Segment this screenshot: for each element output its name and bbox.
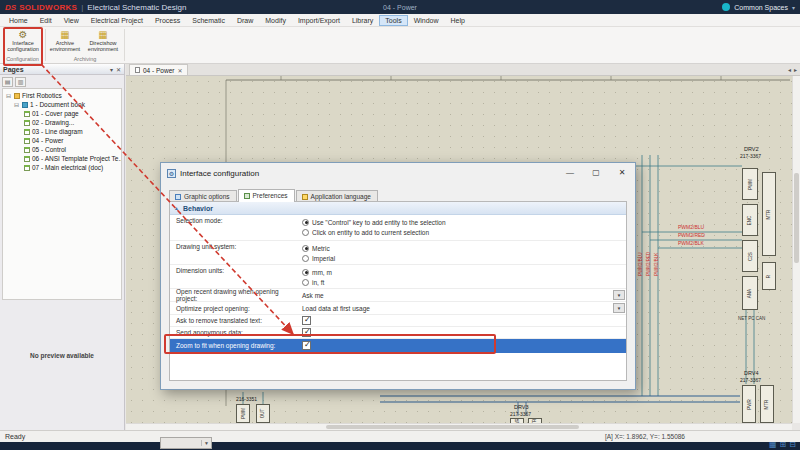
zoom-window-icon[interactable]: ⊞ bbox=[780, 440, 787, 449]
status-ready: Ready bbox=[5, 433, 25, 440]
component-port[interactable]: C2S bbox=[742, 240, 758, 272]
panel-close-icon[interactable]: ✕ bbox=[116, 66, 121, 73]
dialog-maximize-button[interactable]: ▢ bbox=[583, 163, 609, 183]
tree-item-ansi-template[interactable]: 06 - ANSI Template Project Te... bbox=[3, 154, 121, 163]
zoom-fit-icon[interactable]: ⊟ bbox=[789, 440, 796, 449]
document-tab-power[interactable]: 04 - Power ✕ bbox=[129, 64, 188, 75]
dialog-icon: ⚙ bbox=[167, 169, 176, 178]
project-icon bbox=[14, 93, 20, 99]
pages-tool-button-2[interactable]: ▥ bbox=[15, 77, 26, 87]
menu-home[interactable]: Home bbox=[3, 15, 34, 26]
page-icon bbox=[24, 120, 30, 126]
component-port[interactable]: MTR bbox=[762, 172, 776, 256]
pages-tool-button-1[interactable]: ▤ bbox=[2, 77, 13, 87]
pages-tree: ⊟ First Robotics ⊟ 1 - Document book 01 … bbox=[2, 88, 122, 300]
no-preview-text: No preview available bbox=[0, 352, 124, 359]
dialog-titlebar[interactable]: ⚙ Interface configuration — ▢ ✕ bbox=[161, 163, 635, 183]
component-port[interactable]: PWM bbox=[742, 168, 758, 200]
menu-view[interactable]: View bbox=[58, 15, 85, 26]
menubar: Home Edit View Electrical Project Proces… bbox=[0, 14, 800, 27]
account-name[interactable]: Common Spaces bbox=[734, 4, 788, 11]
panel-pin-icon[interactable]: ▾ bbox=[110, 66, 113, 73]
component-port[interactable]: MTR bbox=[760, 385, 774, 423]
bottom-dropdown-arrow-icon[interactable]: ▼ bbox=[201, 440, 211, 446]
menu-electrical-project[interactable]: Electrical Project bbox=[85, 15, 149, 26]
tree-item-line-diagram[interactable]: 03 - Line diagram bbox=[3, 127, 121, 136]
menu-edit[interactable]: Edit bbox=[34, 15, 58, 26]
radio-mm-m[interactable] bbox=[302, 269, 309, 276]
optimize-opening-value[interactable]: Load data at first usage bbox=[302, 305, 370, 312]
menu-process[interactable]: Process bbox=[149, 15, 186, 26]
component-port[interactable]: PWM bbox=[236, 404, 250, 423]
vertical-scroll-thumb[interactable] bbox=[794, 173, 799, 263]
graphic-options-icon bbox=[175, 194, 181, 200]
open-recent-dropdown-icon[interactable]: ▼ bbox=[613, 290, 625, 300]
tree-item-power[interactable]: 04 - Power bbox=[3, 136, 121, 145]
view-tools: ▦ ⊞ ⊟ bbox=[769, 438, 796, 450]
open-recent-value[interactable]: Ask me bbox=[302, 292, 324, 299]
tab-close-icon[interactable]: ✕ bbox=[177, 67, 182, 74]
checkbox-send-anonymous-data[interactable]: ✓ bbox=[302, 328, 311, 337]
interface-configuration-button[interactable]: ⚙ Interface configuration bbox=[5, 29, 41, 55]
radio-metric[interactable] bbox=[302, 245, 309, 252]
tree-item-control[interactable]: 05 - Control bbox=[3, 145, 121, 154]
component-port[interactable]: R bbox=[762, 262, 776, 290]
radio-in-ft[interactable] bbox=[302, 279, 309, 286]
archive-environment-icon: ▦ bbox=[60, 29, 69, 40]
ribbon-group-configuration: Configuration bbox=[0, 56, 45, 62]
menu-schematic[interactable]: Schematic bbox=[186, 15, 231, 26]
menu-draw[interactable]: Draw bbox=[231, 15, 259, 26]
horizontal-scrollbar[interactable] bbox=[126, 423, 792, 430]
tree-item-cover-page[interactable]: 01 - Cover page bbox=[3, 109, 121, 118]
checkbox-ask-remove-translated-text[interactable]: ✓ bbox=[302, 316, 311, 325]
titlebar: DS SOLIDWORKS | Electrical Schematic Des… bbox=[0, 0, 800, 14]
menu-import-export[interactable]: Import/Export bbox=[292, 15, 346, 26]
tab-preferences[interactable]: Preferences bbox=[238, 189, 295, 202]
component-port[interactable]: PWR bbox=[742, 385, 756, 423]
menu-help[interactable]: Help bbox=[445, 15, 471, 26]
dialog-close-button[interactable]: ✕ bbox=[609, 163, 635, 183]
tree-collapse-icon[interactable]: ⊟ bbox=[6, 92, 12, 99]
menu-window[interactable]: Window bbox=[408, 15, 445, 26]
tree-collapse-icon[interactable]: ⊟ bbox=[14, 101, 20, 108]
directshow-environment-label: Directshow environment bbox=[85, 40, 121, 52]
page-icon bbox=[24, 156, 30, 162]
tab-scroll-right-icon[interactable]: ▸ bbox=[794, 66, 797, 73]
component-ref: DRV2 bbox=[744, 146, 759, 152]
radio-click-entity[interactable] bbox=[302, 229, 309, 236]
bottom-dropdown[interactable]: ▼ bbox=[160, 437, 212, 449]
behavior-section-header[interactable]: ▲ Behavior bbox=[170, 202, 626, 215]
component-port[interactable]: ANA bbox=[742, 276, 758, 310]
app-window: DS SOLIDWORKS | Electrical Schematic Des… bbox=[0, 0, 800, 450]
checkbox-zoom-to-fit[interactable]: ✓ bbox=[302, 341, 311, 350]
grid-view-icon[interactable]: ▦ bbox=[769, 440, 777, 449]
component-port[interactable]: ENC bbox=[742, 204, 758, 236]
optimize-opening-dropdown-icon[interactable]: ▼ bbox=[613, 303, 625, 313]
wire-label-vertical: PWM2/RED bbox=[646, 252, 651, 276]
tree-item-drawing[interactable]: 02 - Drawing... bbox=[3, 118, 121, 127]
statusbar: Ready [A] X=: 1.8962, Y=: 1.55086 bbox=[0, 430, 800, 442]
tree-item-project-root[interactable]: ⊟ First Robotics bbox=[3, 91, 121, 100]
tree-item-main-electrical[interactable]: 07 - Main electrical (doc) bbox=[3, 163, 121, 172]
interface-configuration-dialog: ⚙ Interface configuration — ▢ ✕ Graphic … bbox=[160, 162, 636, 390]
row-open-recent-drawing: Open recent drawing when opening project… bbox=[170, 289, 626, 302]
cursor-coordinates: [A] X=: 1.8962, Y=: 1.55086 bbox=[605, 433, 685, 440]
menu-library[interactable]: Library bbox=[346, 15, 379, 26]
component-port[interactable]: OUT bbox=[256, 404, 270, 423]
horizontal-scroll-thumb[interactable] bbox=[326, 425, 579, 429]
menu-tools[interactable]: Tools bbox=[379, 15, 407, 26]
account-caret-icon[interactable]: ▾ bbox=[792, 4, 795, 11]
menu-modify[interactable]: Modify bbox=[259, 15, 292, 26]
tab-scroll-left-icon[interactable]: ◂ bbox=[788, 66, 791, 73]
dialog-tabs: Graphic options Preferences Application … bbox=[169, 185, 627, 201]
tree-item-document-book[interactable]: ⊟ 1 - Document book bbox=[3, 100, 121, 109]
component-part: 217-3367 bbox=[740, 377, 761, 383]
radio-imperial[interactable] bbox=[302, 255, 309, 262]
dialog-minimize-button[interactable]: — bbox=[557, 163, 583, 183]
directshow-environment-button[interactable]: ▦ Directshow environment bbox=[85, 29, 121, 55]
brand-name: SOLIDWORKS bbox=[19, 3, 77, 12]
archive-environment-button[interactable]: ▦ Archive environment bbox=[47, 29, 83, 55]
vertical-scrollbar[interactable] bbox=[792, 76, 800, 423]
radio-use-control-key[interactable] bbox=[302, 219, 309, 226]
interface-configuration-icon: ⚙ bbox=[19, 29, 28, 40]
